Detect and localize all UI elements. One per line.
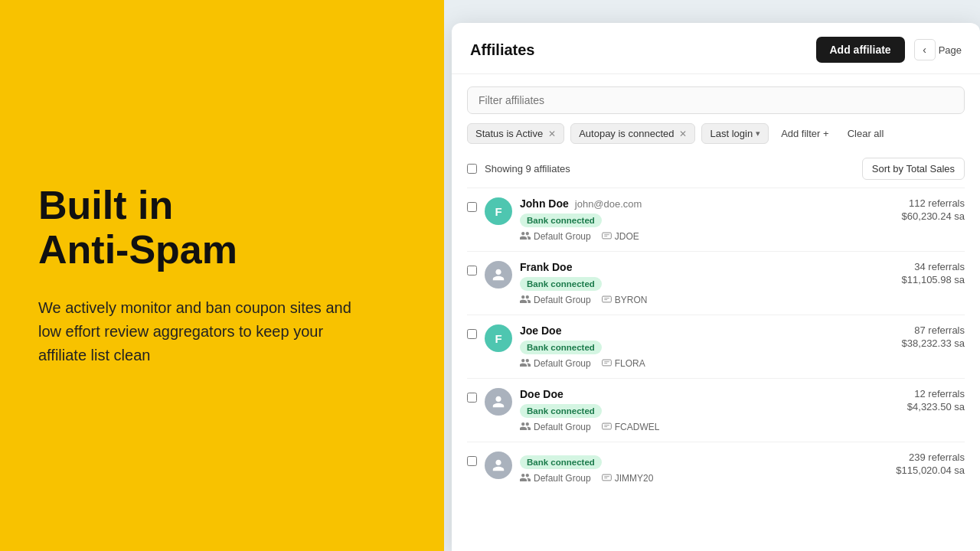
prev-page-button[interactable]: ‹ <box>914 39 936 60</box>
row-checkbox[interactable] <box>467 266 477 276</box>
bank-connected-badge: Bank connected <box>520 404 602 418</box>
affiliate-meta: Default Group FCADWEL <box>520 422 835 432</box>
group-label: Default Group <box>534 231 591 242</box>
affiliate-row: Frank Doe Bank connected Default Group <box>467 251 965 315</box>
add-filter-button[interactable]: Add filter + <box>775 124 835 143</box>
affiliate-row: F John Doe john@doe.com Bank connected D… <box>467 187 965 251</box>
referrals-count: 112 referrals <box>909 197 965 209</box>
svg-rect-3 <box>602 296 611 302</box>
affiliate-name-row: Joe Doe <box>520 324 835 337</box>
select-all-checkbox[interactable] <box>467 164 477 174</box>
affiliate-code: FLORA <box>615 358 645 369</box>
app-window: Affiliates Add affiliate ‹ Page Status i… <box>452 23 980 551</box>
filter-autopay-label: Autopay is connected <box>579 128 674 139</box>
row-checkbox[interactable] <box>467 393 477 403</box>
affiliate-code: JDOE <box>615 231 639 242</box>
group-label: Default Group <box>534 358 591 369</box>
bank-connected-badge: Bank connected <box>520 214 602 227</box>
affiliates-list: F John Doe john@doe.com Bank connected D… <box>467 187 965 493</box>
affiliate-info: Frank Doe Bank connected Default Group <box>520 261 835 305</box>
referrals-count: 12 referrals <box>914 388 965 399</box>
bank-connected-badge: Bank connected <box>520 277 602 291</box>
group-item: Default Group <box>520 422 591 432</box>
add-affiliate-button[interactable]: Add affiliate <box>816 37 905 63</box>
avatar <box>485 388 512 416</box>
affiliate-info: John Doe john@doe.com Bank connected Def… <box>520 197 835 242</box>
affiliate-stats: 87 referrals $38,232.33 sa <box>842 324 965 349</box>
right-panel: Affiliates Add affiliate ‹ Page Status i… <box>444 0 980 551</box>
app-header: Affiliates Add affiliate ‹ Page <box>452 23 980 74</box>
sales-amount: $4,323.50 sa <box>907 401 965 412</box>
code-icon <box>602 358 612 369</box>
affiliate-stats: 12 referrals $4,323.50 sa <box>842 388 965 412</box>
affiliate-code: FCADWEL <box>615 422 660 432</box>
header-right: Add affiliate ‹ Page <box>816 37 962 63</box>
code-item: FCADWEL <box>602 422 660 432</box>
filter-status-active-close[interactable]: ✕ <box>548 129 556 139</box>
row-checkbox[interactable] <box>467 456 477 466</box>
svg-rect-12 <box>602 474 611 481</box>
sales-amount: $38,232.33 sa <box>902 337 965 349</box>
affiliate-info: Bank connected Default Group <box>520 452 835 484</box>
affiliate-row: F Joe Doe Bank connected Default Group <box>467 315 965 378</box>
group-item: Default Group <box>520 358 591 369</box>
app-content: Status is Active ✕ Autopay is connected … <box>452 74 980 493</box>
sales-amount: $11,105.98 sa <box>902 274 965 285</box>
group-icon <box>520 231 531 242</box>
group-icon <box>520 473 531 484</box>
group-label: Default Group <box>534 295 591 305</box>
filter-status-active[interactable]: Status is Active ✕ <box>467 123 564 144</box>
bank-connected-badge: Bank connected <box>520 455 602 469</box>
group-label: Default Group <box>534 422 591 432</box>
filter-last-login-label: Last login <box>710 128 753 139</box>
code-item: JDOE <box>602 231 639 242</box>
person-icon <box>492 395 505 409</box>
svg-rect-0 <box>602 233 611 239</box>
affiliate-code: JIMMY20 <box>615 473 654 484</box>
filter-last-login[interactable]: Last login ▾ <box>701 123 769 144</box>
person-icon <box>492 458 505 472</box>
sales-amount: $115,020.04 sa <box>896 465 965 476</box>
clear-all-button[interactable]: Clear all <box>841 124 890 143</box>
referrals-count: 239 referrals <box>909 452 965 463</box>
code-icon <box>602 422 612 432</box>
filter-autopay[interactable]: Autopay is connected ✕ <box>570 123 695 144</box>
affiliate-name: Joe Doe <box>520 324 561 337</box>
search-input[interactable] <box>467 86 965 114</box>
avatar: F <box>485 197 512 225</box>
affiliate-name: Doe Doe <box>520 388 564 400</box>
code-item: FLORA <box>602 358 645 369</box>
table-header: Showing 9 affiliates Sort by Total Sales <box>467 155 965 187</box>
affiliate-code: BYRON <box>615 295 648 305</box>
row-checkbox[interactable] <box>467 202 477 212</box>
group-item: Default Group <box>520 473 591 484</box>
showing-count-label: Showing 9 affiliates <box>485 163 570 174</box>
code-icon <box>602 231 612 242</box>
bank-connected-badge: Bank connected <box>520 341 602 354</box>
affiliate-name-row: Doe Doe <box>520 388 835 400</box>
sort-button[interactable]: Sort by Total Sales <box>862 158 965 180</box>
svg-rect-9 <box>602 423 611 429</box>
avatar <box>485 261 512 289</box>
code-icon <box>602 295 612 305</box>
filter-status-active-label: Status is Active <box>475 128 543 139</box>
filters-row: Status is Active ✕ Autopay is connected … <box>467 123 965 144</box>
affiliate-info: Joe Doe Bank connected Default Group <box>520 324 835 369</box>
filter-autopay-close[interactable]: ✕ <box>679 129 687 139</box>
code-item: JIMMY20 <box>602 473 654 484</box>
affiliate-stats: 112 referrals $60,230.24 sa <box>842 197 965 222</box>
affiliate-stats: 34 referrals $11,105.98 sa <box>842 261 965 285</box>
code-icon <box>602 473 612 484</box>
group-item: Default Group <box>520 231 591 242</box>
affiliate-row: Doe Doe Bank connected Default Group <box>467 378 965 442</box>
affiliate-meta: Default Group JDOE <box>520 231 835 242</box>
group-icon <box>520 422 531 432</box>
page-label: Page <box>939 44 962 56</box>
affiliate-name: John Doe <box>520 197 569 210</box>
affiliate-name-row: Frank Doe <box>520 261 835 273</box>
chevron-down-icon: ▾ <box>756 129 760 139</box>
affiliate-meta: Default Group JIMMY20 <box>520 473 835 484</box>
left-panel: Built in Anti-Spam We actively monitor a… <box>0 0 444 551</box>
row-checkbox[interactable] <box>467 329 477 339</box>
group-icon <box>520 358 531 369</box>
